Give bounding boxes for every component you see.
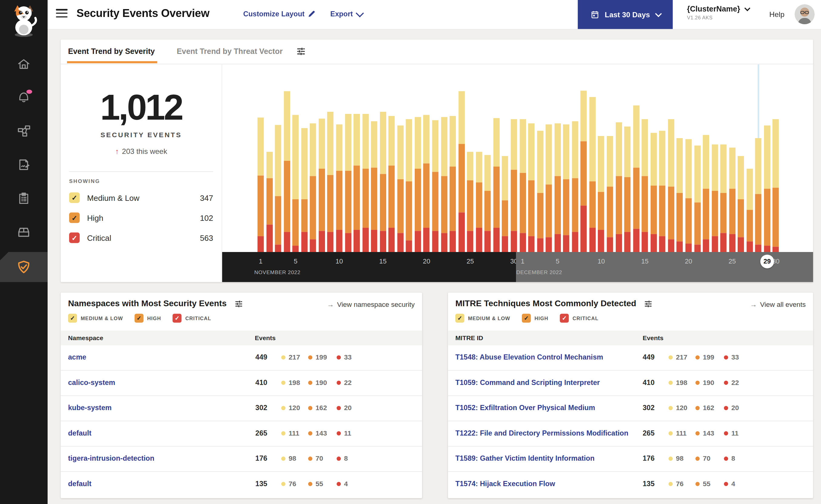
- cluster-selector[interactable]: {ClusterName} V1.26 AKS: [687, 5, 749, 21]
- chart-bar-day-dec-8[interactable]: [580, 91, 587, 252]
- view-namespace-security-link[interactable]: →View namespace security: [327, 300, 415, 308]
- date-range-button[interactable]: Last 30 Days: [578, 0, 673, 29]
- chart-settings-icon[interactable]: [296, 46, 306, 56]
- chart-bar-day-nov-29[interactable]: [502, 156, 508, 252]
- chart-bar-day-nov-14[interactable]: [371, 121, 377, 252]
- checkbox-high[interactable]: ✓: [522, 314, 531, 323]
- hamburger-menu-icon[interactable]: [56, 9, 67, 20]
- namespace-row-link[interactable]: kube-system: [68, 404, 112, 412]
- mitre-row-link[interactable]: T1589: Gather Victim Identity Informatio…: [455, 454, 594, 462]
- chart-bar-day-dec-6[interactable]: [563, 124, 569, 252]
- chart-bar-day-nov-4[interactable]: [284, 91, 290, 252]
- export-button[interactable]: Export: [330, 10, 362, 18]
- chart-bar-day-nov-28[interactable]: [493, 118, 500, 252]
- chart-bar-day-nov-21[interactable]: [432, 120, 438, 252]
- legend-row-critical[interactable]: ✓Critical563: [69, 231, 213, 244]
- chart-bar-day-dec-3[interactable]: [537, 131, 543, 252]
- chart-bar-day-nov-13[interactable]: [362, 114, 369, 252]
- selected-day-handle[interactable]: 29: [760, 255, 774, 268]
- legend-row-high[interactable]: ✓High102: [69, 211, 213, 224]
- chart-bar-day-nov-9[interactable]: [327, 112, 334, 252]
- legend-row-medium_low[interactable]: ✓Medium & Low347: [69, 191, 213, 204]
- filter-chip-critical[interactable]: ✓CRITICAL: [172, 314, 211, 323]
- chart-bar-day-dec-29[interactable]: [764, 125, 770, 252]
- chart-bar-day-nov-12[interactable]: [354, 114, 360, 252]
- chart-bar-day-dec-13[interactable]: [624, 127, 631, 252]
- help-link[interactable]: Help: [769, 10, 784, 18]
- checkbox-critical[interactable]: ✓: [560, 314, 569, 323]
- checkbox-critical[interactable]: ✓: [69, 233, 80, 243]
- chart-bar-day-nov-8[interactable]: [319, 119, 325, 252]
- chart-bar-day-dec-24[interactable]: [720, 144, 727, 252]
- filter-chip-high[interactable]: ✓HIGH: [522, 314, 548, 323]
- checkbox-critical[interactable]: ✓: [172, 314, 181, 323]
- chart-bar-day-dec-17[interactable]: [659, 131, 666, 252]
- chart-bar-day-dec-9[interactable]: [589, 97, 596, 252]
- chart-bar-day-nov-10[interactable]: [336, 124, 343, 252]
- filter-chip-medium_low[interactable]: ✓MEDIUM & LOW: [68, 314, 123, 323]
- namespace-row-link[interactable]: default: [68, 429, 91, 437]
- chart-bar-day-dec-25[interactable]: [729, 148, 736, 252]
- chart-bar-day-nov-25[interactable]: [467, 152, 474, 252]
- chart-bar-day-nov-22[interactable]: [441, 117, 447, 252]
- chart-bar-day-nov-19[interactable]: [415, 117, 421, 252]
- chart-bar-day-nov-24[interactable]: [458, 91, 465, 252]
- filter-chip-high[interactable]: ✓HIGH: [135, 314, 161, 323]
- card-settings-icon[interactable]: [644, 299, 653, 308]
- view-all-events-link[interactable]: →View all events: [750, 300, 806, 308]
- mitre-row-link[interactable]: T1059: Command and Scripting Interpreter: [455, 379, 600, 386]
- tab-event-trend-by-threat-vector[interactable]: Event Trend by Threat Vector: [177, 47, 283, 55]
- namespace-row-link[interactable]: default: [68, 480, 91, 488]
- sidebar-item-workloads[interactable]: [0, 221, 48, 244]
- customize-layout-button[interactable]: Customize Layout: [243, 10, 316, 18]
- sidebar-item-service-graph[interactable]: [0, 119, 48, 142]
- chart-bar-day-dec-19[interactable]: [677, 138, 683, 252]
- sidebar-item-threat-defense[interactable]: [0, 252, 48, 282]
- sidebar-item-home[interactable]: [0, 53, 48, 76]
- sidebar-item-compliance-reports[interactable]: [0, 187, 48, 210]
- mitre-row-link[interactable]: T1548: Abuse Elevation Control Mechanism: [455, 353, 603, 361]
- chart-bar-day-dec-4[interactable]: [546, 124, 552, 252]
- chart-bar-day-dec-16[interactable]: [650, 133, 657, 252]
- chart-bar-day-dec-20[interactable]: [686, 139, 692, 252]
- filter-chip-critical[interactable]: ✓CRITICAL: [560, 314, 598, 323]
- mitre-row-link[interactable]: T1052: Exfiltration Over Physical Medium: [455, 404, 595, 412]
- chart-bar-day-dec-23[interactable]: [712, 144, 718, 252]
- chart-bar-day-dec-1[interactable]: [519, 119, 526, 252]
- chart-bar-day-nov-1[interactable]: [258, 118, 264, 252]
- chart-bar-day-nov-30[interactable]: [511, 119, 517, 252]
- chart-bar-day-nov-6[interactable]: [301, 128, 308, 252]
- mitre-row-link[interactable]: T1574: Hijack Execution Flow: [455, 480, 555, 488]
- chart-bar-day-nov-2[interactable]: [266, 152, 273, 252]
- chart-bar-day-nov-5[interactable]: [292, 115, 299, 252]
- chart-bar-day-nov-17[interactable]: [397, 125, 404, 252]
- chart-bar-day-dec-22[interactable]: [703, 135, 709, 252]
- card-settings-icon[interactable]: [234, 299, 243, 308]
- chart-bar-day-dec-12[interactable]: [615, 122, 622, 252]
- checkbox-medium_low[interactable]: ✓: [68, 314, 77, 323]
- chart-bar-day-nov-20[interactable]: [424, 115, 430, 252]
- chart-bar-day-dec-18[interactable]: [668, 119, 674, 252]
- checkbox-high[interactable]: ✓: [135, 314, 144, 323]
- chart-bar-day-dec-30[interactable]: [773, 119, 779, 252]
- chart-bar-day-dec-2[interactable]: [528, 123, 534, 252]
- chart-bar-day-dec-15[interactable]: [642, 119, 648, 252]
- chart-bar-day-dec-26[interactable]: [738, 156, 744, 252]
- checkbox-medium_low[interactable]: ✓: [455, 314, 464, 323]
- chart-bar-day-nov-23[interactable]: [450, 116, 456, 252]
- chart-bar-day-dec-21[interactable]: [694, 145, 700, 252]
- sidebar-item-alerts[interactable]: [0, 85, 48, 109]
- checkbox-high[interactable]: ✓: [69, 212, 80, 223]
- tab-event-trend-by-severity[interactable]: Event Trend by Severity: [68, 47, 155, 55]
- sidebar-item-policies[interactable]: [0, 153, 48, 176]
- filter-chip-medium_low[interactable]: ✓MEDIUM & LOW: [455, 314, 510, 323]
- chart-bar-day-dec-10[interactable]: [598, 136, 604, 252]
- chart-bar-day-dec-14[interactable]: [633, 105, 640, 252]
- chart-bar-day-nov-7[interactable]: [310, 123, 316, 252]
- namespace-row-link[interactable]: tigera-intrusion-detection: [68, 454, 154, 462]
- chart-bar-day-dec-11[interactable]: [606, 136, 613, 252]
- chart-bar-day-nov-16[interactable]: [388, 116, 395, 252]
- chart-bar-day-nov-18[interactable]: [406, 119, 412, 252]
- chart-bar-day-dec-5[interactable]: [554, 123, 561, 252]
- chart-bar-day-dec-27[interactable]: [746, 169, 753, 252]
